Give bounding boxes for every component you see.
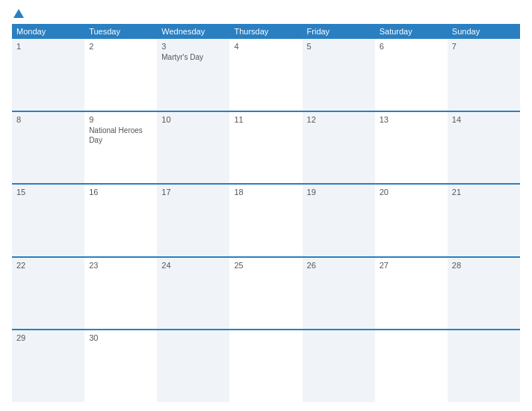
logo — [12, 9, 24, 19]
day-number: 3 — [161, 42, 225, 51]
day-number: 26 — [307, 261, 371, 270]
day-number: 6 — [380, 42, 443, 51]
day-number: 10 — [161, 115, 225, 124]
day-cell: 18 — [229, 185, 302, 256]
day-header: Sunday — [448, 24, 520, 39]
page-header — [12, 9, 520, 19]
day-number: 27 — [380, 261, 443, 270]
day-cell — [375, 330, 448, 402]
week-row: 123Martyr's Day4567 — [12, 39, 520, 112]
day-cell: 17 — [157, 185, 229, 256]
day-number: 13 — [380, 115, 443, 124]
day-number: 14 — [452, 115, 516, 124]
day-cell: 1 — [12, 39, 84, 111]
day-number: 28 — [452, 261, 516, 270]
day-cell: 28 — [448, 258, 520, 330]
day-number: 1 — [16, 42, 80, 51]
day-number: 17 — [161, 188, 225, 197]
day-cell: 22 — [12, 258, 84, 330]
day-cell: 13 — [375, 112, 448, 184]
calendar-page: MondayTuesdayWednesdayThursdayFridaySatu… — [0, 0, 532, 411]
day-number: 24 — [161, 261, 225, 270]
day-number: 20 — [380, 188, 443, 197]
calendar-grid: MondayTuesdayWednesdayThursdayFridaySatu… — [12, 24, 520, 402]
day-cell: 30 — [84, 330, 157, 402]
day-cell: 3Martyr's Day — [157, 39, 229, 111]
day-cell: 16 — [84, 185, 157, 256]
day-number: 18 — [234, 188, 297, 197]
day-number: 15 — [16, 188, 80, 197]
day-number: 7 — [452, 42, 516, 51]
event-label: National Heroes Day — [89, 126, 152, 145]
day-cell: 10 — [157, 112, 229, 184]
day-number: 11 — [234, 115, 297, 124]
day-cell: 27 — [375, 258, 448, 330]
day-header: Monday — [12, 24, 84, 39]
week-row: 89National Heroes Day1011121314 — [12, 112, 520, 185]
day-number: 9 — [89, 115, 152, 124]
logo-triangle-icon — [13, 9, 24, 18]
day-cell: 7 — [448, 39, 520, 111]
day-cell — [303, 330, 375, 402]
day-header: Thursday — [229, 24, 302, 39]
day-cell — [448, 330, 520, 402]
day-cell: 5 — [303, 39, 375, 111]
day-cell: 15 — [12, 185, 84, 256]
day-cell: 29 — [12, 330, 84, 402]
day-headers-row: MondayTuesdayWednesdayThursdayFridaySatu… — [12, 24, 520, 39]
day-number: 21 — [452, 188, 516, 197]
day-number: 8 — [16, 115, 80, 124]
day-cell: 14 — [448, 112, 520, 184]
day-cell: 24 — [157, 258, 229, 330]
day-number: 29 — [16, 333, 80, 342]
week-row: 2930 — [12, 330, 520, 402]
day-cell: 6 — [375, 39, 448, 111]
day-header: Tuesday — [84, 24, 157, 39]
day-number: 16 — [89, 188, 152, 197]
day-header: Friday — [303, 24, 375, 39]
day-cell: 8 — [12, 112, 84, 184]
day-number: 25 — [234, 261, 297, 270]
day-number: 5 — [307, 42, 371, 51]
day-number: 2 — [89, 42, 152, 51]
day-cell: 11 — [229, 112, 302, 184]
day-cell: 26 — [303, 258, 375, 330]
day-cell: 9National Heroes Day — [84, 112, 157, 184]
day-cell: 25 — [229, 258, 302, 330]
week-row: 15161718192021 — [12, 185, 520, 258]
day-cell: 12 — [303, 112, 375, 184]
day-cell: 23 — [84, 258, 157, 330]
day-cell: 21 — [448, 185, 520, 256]
day-number: 22 — [16, 261, 80, 270]
day-number: 19 — [307, 188, 371, 197]
day-cell: 4 — [229, 39, 302, 111]
day-cell: 20 — [375, 185, 448, 256]
event-label: Martyr's Day — [161, 52, 225, 62]
day-number: 4 — [234, 42, 297, 51]
day-cell — [229, 330, 302, 402]
day-number: 12 — [307, 115, 371, 124]
day-number: 23 — [89, 261, 152, 270]
week-row: 22232425262728 — [12, 258, 520, 331]
day-cell: 2 — [84, 39, 157, 111]
weeks-container: 123Martyr's Day456789National Heroes Day… — [12, 39, 520, 402]
day-cell: 19 — [303, 185, 375, 256]
day-number: 30 — [89, 333, 152, 342]
day-header: Saturday — [375, 24, 448, 39]
day-cell — [157, 330, 229, 402]
day-header: Wednesday — [157, 24, 229, 39]
